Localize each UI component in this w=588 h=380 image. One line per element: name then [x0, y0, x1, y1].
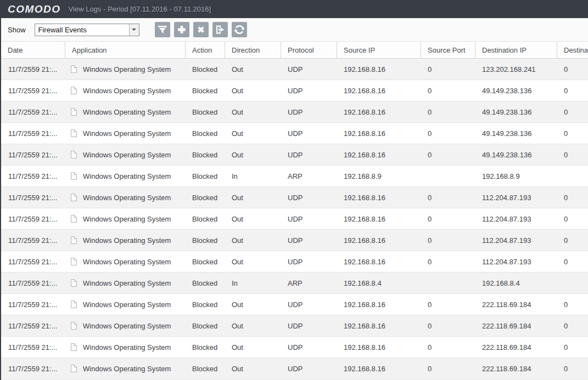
file-icon	[70, 300, 78, 309]
cell-destination_port: 0	[557, 358, 588, 379]
application-name: Windows Operating System	[83, 194, 171, 202]
add-button[interactable]	[174, 22, 189, 37]
cell-source_ip: 192.168.8.16	[337, 80, 421, 101]
cell-application: Windows Operating System	[65, 315, 185, 336]
cell-date: 11/7/2559 21:...	[1, 166, 65, 186]
cell-action: Blocked	[185, 80, 225, 101]
refresh-button[interactable]	[232, 22, 247, 37]
refresh-icon	[234, 24, 245, 35]
cell-application: Windows Operating System	[65, 80, 185, 101]
cell-source_port	[421, 273, 475, 293]
cell-destination_ip: 222.118.69.184	[475, 294, 557, 315]
column-header-date[interactable]: Date	[1, 42, 65, 58]
table-row[interactable]: 11/7/2559 21:...Windows Operating System…	[1, 59, 588, 80]
cell-application: Windows Operating System	[65, 358, 185, 379]
cell-application: Windows Operating System	[65, 230, 185, 251]
export-button[interactable]	[212, 22, 228, 37]
cell-application: Windows Operating System	[65, 123, 185, 144]
cell-source_ip: 192.168.8.16	[337, 358, 421, 379]
table-row[interactable]: 11/7/2559 21:...Windows Operating System…	[1, 273, 588, 294]
cell-destination_port: 0	[557, 230, 588, 251]
file-icon	[70, 279, 78, 287]
table-row[interactable]: 11/7/2559 21:...Windows Operating System…	[1, 251, 588, 273]
cell-protocol: UDP	[281, 358, 337, 379]
column-header-source_ip[interactable]: Source IP	[337, 42, 421, 58]
application-name: Windows Operating System	[83, 300, 171, 309]
file-icon	[70, 236, 78, 245]
table-row[interactable]: 11/7/2559 21:...Windows Operating System…	[1, 123, 588, 144]
cell-protocol: UDP	[281, 337, 337, 358]
cell-direction: Out	[225, 294, 281, 315]
column-header-destination_ip[interactable]: Destination IP	[475, 42, 557, 58]
table-row[interactable]: 11/7/2559 21:...Windows Operating System…	[1, 337, 588, 358]
cell-action: Blocked	[185, 337, 225, 358]
cell-destination_port: 0	[557, 59, 588, 80]
cell-protocol: UDP	[281, 187, 337, 208]
cell-source_ip: 192.168.8.16	[337, 187, 421, 208]
cell-source_ip: 192.168.8.16	[337, 208, 421, 229]
column-header-direction[interactable]: Direction	[225, 42, 281, 58]
cell-application: Windows Operating System	[65, 294, 185, 315]
cell-action: Blocked	[185, 166, 225, 186]
cell-source_ip: 192.168.8.4	[337, 273, 421, 293]
column-header-protocol[interactable]: Protocol	[281, 42, 337, 58]
cell-destination_port	[557, 273, 588, 293]
cell-action: Blocked	[185, 187, 225, 208]
table-row[interactable]: 11/7/2559 21:...Windows Operating System…	[1, 294, 588, 315]
cell-source_port: 0	[421, 358, 475, 379]
event-type-select-arrow[interactable]	[129, 24, 139, 36]
cell-destination_ip: 49.149.238.136	[475, 144, 557, 165]
file-icon	[70, 343, 78, 351]
clear-button[interactable]	[193, 22, 209, 37]
cell-destination_ip: 49.149.238.136	[475, 80, 557, 101]
cell-destination_ip: 112.204.87.193	[475, 230, 557, 251]
table-row[interactable]: 11/7/2559 21:...Windows Operating System…	[1, 187, 588, 208]
table-row[interactable]: 11/7/2559 21:...Windows Operating System…	[1, 166, 588, 187]
cell-destination_port: 0	[557, 123, 588, 144]
cell-source_ip: 192.168.8.16	[337, 294, 421, 315]
column-header-action[interactable]: Action	[185, 42, 225, 58]
cell-source_ip: 192.168.8.16	[337, 337, 421, 358]
cell-date: 11/7/2559 21:...	[1, 187, 65, 208]
table-row[interactable]: 11/7/2559 21:...Windows Operating System…	[1, 208, 588, 230]
table-row[interactable]: 11/7/2559 21:...Windows Operating System…	[1, 144, 588, 166]
column-header-source_port[interactable]: Source Port	[421, 42, 475, 58]
table-row[interactable]: 11/7/2559 21:...Windows Operating System…	[1, 315, 588, 337]
table-row[interactable]: 11/7/2559 21:...Windows Operating System…	[1, 358, 588, 379]
table-row[interactable]: 11/7/2559 21:...Windows Operating System…	[1, 80, 588, 101]
filter-button[interactable]	[155, 22, 170, 37]
cell-source_ip: 192.168.8.16	[337, 123, 421, 144]
application-name: Windows Operating System	[83, 87, 171, 95]
cell-direction: Out	[225, 123, 281, 144]
table-row[interactable]: 11/7/2559 21:...Windows Operating System…	[1, 101, 588, 123]
cell-destination_port: 0	[557, 101, 588, 122]
cell-source_ip: 192.168.8.9	[337, 166, 421, 186]
cell-destination_port: 0	[557, 294, 588, 315]
cell-source_port: 0	[421, 208, 475, 229]
cell-protocol: UDP	[281, 80, 337, 101]
column-header-application[interactable]: Application	[65, 42, 185, 58]
plus-icon	[177, 25, 187, 35]
chevron-down-icon	[132, 29, 136, 33]
file-icon	[70, 257, 78, 266]
cell-destination_port: 0	[557, 80, 588, 101]
column-header-destination_port[interactable]: Destination Port	[557, 42, 588, 58]
cell-action: Blocked	[185, 230, 225, 251]
table-row[interactable]: 11/7/2559 21:...Windows Operating System…	[1, 230, 588, 251]
cell-application: Windows Operating System	[65, 101, 185, 122]
table-header-row: DateApplicationActionDirectionProtocolSo…	[1, 41, 588, 59]
toolbar-buttons	[155, 22, 247, 37]
file-icon	[70, 172, 78, 180]
show-label: Show	[8, 26, 26, 34]
file-icon	[70, 129, 78, 138]
cell-destination_port: 0	[557, 187, 588, 208]
cell-direction: Out	[225, 187, 281, 208]
cell-protocol: UDP	[281, 123, 337, 144]
cell-destination_ip: 123.202.168.241	[475, 59, 557, 80]
cell-direction: Out	[225, 80, 281, 101]
log-table: DateApplicationActionDirectionProtocolSo…	[1, 41, 588, 379]
cell-destination_ip: 222.118.69.184	[475, 315, 557, 336]
event-type-select[interactable]: Firewall Events	[35, 24, 139, 36]
table-body: 11/7/2559 21:...Windows Operating System…	[1, 59, 588, 379]
cell-source_ip: 192.168.8.16	[337, 251, 421, 272]
